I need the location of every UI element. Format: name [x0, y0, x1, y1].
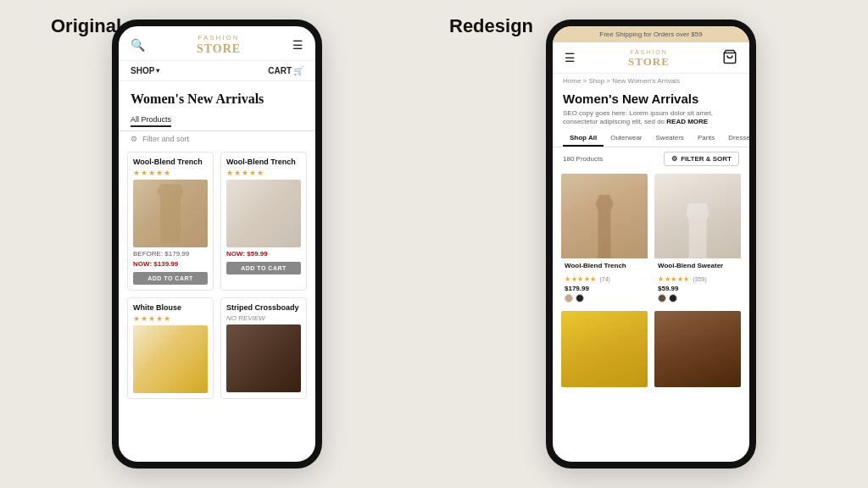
trench-silhouette	[153, 184, 187, 243]
redesign-product-stars-row: ★★★★★ (359)	[658, 269, 737, 285]
orig-products-grid: Wool-Blend Trench ★★★★★ BEFORE: $179.99 …	[119, 147, 315, 404]
swatch-black[interactable]	[669, 294, 677, 302]
orig-no-review: NO REVIEW	[226, 314, 301, 322]
filter-icon: ⚙	[671, 155, 677, 163]
search-icon[interactable]: 🔍	[131, 38, 145, 53]
orig-product-card: White Blouse ★★★★★	[127, 297, 214, 399]
read-more-link[interactable]: READ MORE	[666, 118, 708, 125]
redesign-product-image-bag	[654, 311, 741, 387]
redesign-header: ☰ FASHION STORE	[553, 42, 749, 74]
redesign-label: Redesign	[449, 15, 533, 37]
redesign-seo-copy: SEO copy goes here: Lorem ipsum dolor si…	[553, 108, 749, 130]
redesign-brand-store: STORE	[628, 56, 670, 68]
orig-page-title: Women's New Arrivals	[119, 81, 315, 108]
redesign-phone: Free Shipping for Orders over $59 ☰ FASH…	[546, 19, 756, 469]
original-phone: 🔍 FASHION STORE ☰ SHOP ▾ CART 🛒 Women's …	[112, 19, 322, 469]
redesign-products-grid: Wool-Blend Trench ★★★★★ (74) $179.99	[553, 170, 749, 391]
redesign-color-swatches	[658, 294, 737, 302]
orig-product-name: Striped Crossboady	[226, 303, 301, 312]
redesign-product-info: Wool-Blend Sweater ★★★★★ (359) $59.99	[654, 258, 741, 304]
redesign-product-name: Wool-Blend Trench	[565, 262, 644, 269]
redesign-product-name: Wool-Blend Sweater	[658, 262, 737, 269]
redesign-category-tabs: Shop All Outerwear Sweaters Pants Dresse…	[553, 130, 749, 147]
redesign-page-title: Women's New Arrivals	[553, 88, 749, 108]
redesign-shipping-banner: Free Shipping for Orders over $59	[553, 26, 749, 42]
orig-product-stars: ★★★★★	[133, 314, 208, 323]
page-wrapper: Original Redesign 🔍 FASHION STORE ☰ SHOP…	[0, 0, 868, 488]
orig-tab-bar: All Products	[119, 108, 315, 131]
orig-product-name: White Blouse	[133, 303, 208, 312]
redesign-review-count: (74)	[600, 276, 610, 282]
orig-product-stars: ★★★★★	[226, 169, 301, 177]
redesign-product-stars: ★★★★★	[658, 275, 690, 283]
orig-product-name: Wool-Blend Trench	[226, 158, 301, 166]
orig-product-image-trench	[133, 180, 208, 247]
redesign-product-card	[654, 311, 741, 387]
redesign-review-count: (359)	[693, 276, 707, 282]
redesign-product-price: $179.99	[565, 285, 644, 292]
redesign-product-card	[561, 311, 648, 387]
redesign-tab-sweaters[interactable]: Sweaters	[649, 130, 691, 147]
redesign-logo: FASHION STORE	[628, 49, 670, 68]
trench-figure	[592, 195, 617, 258]
orig-brand-fashion: FASHION	[197, 35, 241, 42]
orig-price-before: BEFORE: $179.99	[133, 250, 208, 258]
sweater-figure	[683, 203, 713, 258]
orig-filter-row[interactable]: ⚙ Filter and sort	[119, 131, 315, 147]
filter-sliders-icon: ⚙	[131, 135, 137, 143]
orig-product-card: Striped Crossboady NO REVIEW	[220, 297, 307, 399]
orig-product-name: Wool-Blend Trench	[133, 158, 208, 166]
redesign-product-stars: ★★★★★	[565, 275, 597, 283]
orig-product-card: Wool-Blend Trench ★★★★★ NOW: $59.99 ADD …	[220, 152, 307, 291]
orig-price-now: NOW: $59.99	[226, 250, 301, 258]
hamburger-icon[interactable]: ☰	[292, 38, 303, 53]
orig-logo: FASHION STORE	[197, 35, 241, 55]
swatch-brown[interactable]	[658, 294, 666, 302]
hamburger-icon[interactable]: ☰	[565, 53, 576, 64]
redesign-product-info: Wool-Blend Trench ★★★★★ (74) $179.99	[561, 258, 648, 304]
redesign-product-count: 180 Products	[563, 155, 603, 163]
shop-label: SHOP	[131, 66, 154, 75]
orig-product-stars: ★★★★★	[133, 169, 208, 177]
redesign-tab-dresses[interactable]: Dresses &	[721, 130, 749, 147]
orig-product-card: Wool-Blend Trench ★★★★★ BEFORE: $179.99 …	[127, 152, 214, 291]
filter-btn-label: FILTER & SORT	[681, 155, 732, 163]
orig-filter-label: Filter and sort	[142, 135, 189, 143]
shop-chevron-icon: ▾	[156, 67, 159, 75]
orig-tab-all-products[interactable]: All Products	[131, 115, 171, 127]
redesign-meta-row: 180 Products ⚙ FILTER & SORT	[553, 147, 749, 170]
swatch-tan[interactable]	[565, 294, 573, 302]
redesign-product-stars-row: ★★★★★ (74)	[565, 269, 644, 285]
cart-label: CART	[268, 66, 292, 75]
cart-link[interactable]: CART 🛒	[268, 66, 303, 75]
orig-product-image-crossbody	[226, 324, 301, 392]
redesign-tab-outerwear[interactable]: Outerwear	[604, 130, 648, 147]
redesign-tab-pants[interactable]: Pants	[691, 130, 721, 147]
orig-add-to-cart-btn[interactable]: ADD TO CART	[226, 262, 301, 274]
cart-bag-icon: 🛒	[293, 66, 303, 75]
orig-price-now: NOW: $139.99	[133, 260, 208, 268]
cart-bag-icon[interactable]	[722, 49, 737, 68]
redesign-color-swatches	[565, 294, 644, 302]
redesign-breadcrumb: Home > Shop > New Women's Arrivals	[553, 74, 749, 88]
redesign-product-image-trench	[561, 174, 648, 258]
orig-add-to-cart-btn[interactable]: ADD TO CART	[133, 272, 208, 285]
shop-link[interactable]: SHOP ▾	[131, 66, 159, 75]
orig-product-image-sweater	[226, 180, 301, 247]
orig-brand-store: STORE	[197, 42, 241, 55]
redesign-tab-shop-all[interactable]: Shop All	[563, 130, 604, 147]
redesign-product-image-skirt	[561, 311, 648, 387]
original-label: Original	[51, 15, 121, 37]
swatch-black[interactable]	[576, 294, 584, 302]
orig-nav: SHOP ▾ CART 🛒	[119, 61, 315, 81]
redesign-product-card: Wool-Blend Sweater ★★★★★ (359) $59.99	[654, 174, 741, 304]
redesign-filter-sort-btn[interactable]: ⚙ FILTER & SORT	[664, 152, 739, 166]
orig-product-image-blouse	[133, 325, 208, 393]
redesign-product-image-sweater	[654, 174, 741, 258]
orig-header: 🔍 FASHION STORE ☰	[119, 26, 315, 61]
redesign-product-card: Wool-Blend Trench ★★★★★ (74) $179.99	[561, 174, 648, 304]
redesign-product-price: $59.99	[658, 285, 737, 292]
